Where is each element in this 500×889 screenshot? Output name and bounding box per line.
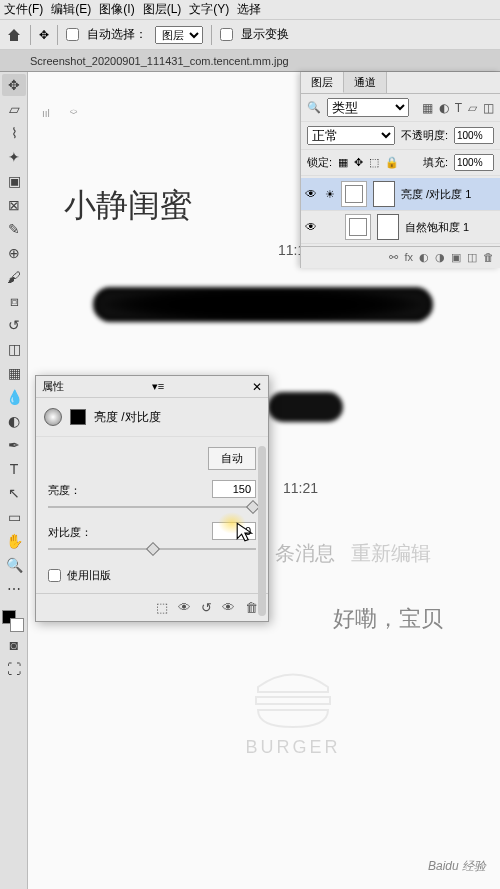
redaction-brush-2 (268, 392, 343, 422)
eraser-tool[interactable]: ◫ (2, 338, 26, 360)
menu-select[interactable]: 选择 (237, 1, 261, 18)
clone-tool[interactable]: ⧈ (2, 290, 26, 312)
layer-mask[interactable] (377, 214, 399, 240)
filter-smart-icon[interactable]: ◫ (483, 101, 494, 115)
view-previous-icon[interactable]: 👁 (178, 600, 191, 615)
menu-file[interactable]: 文件(F) (4, 1, 43, 18)
scrollbar[interactable] (258, 446, 266, 616)
opacity-input[interactable] (454, 127, 494, 144)
layer-row[interactable]: 👁 自然饱和度 1 (301, 211, 500, 244)
move-tool[interactable]: ✥ (2, 74, 26, 96)
menu-layer[interactable]: 图层(L) (143, 1, 182, 18)
brightness-input[interactable] (212, 480, 256, 498)
lock-all-icon[interactable]: 🔒 (385, 156, 399, 169)
contrast-slider[interactable] (48, 548, 256, 550)
quick-mask-icon[interactable]: ◙ (2, 634, 26, 656)
color-swatches[interactable] (2, 610, 24, 632)
tab-layers[interactable]: 图层 (301, 72, 344, 93)
eyedropper-tool[interactable]: ✎ (2, 218, 26, 240)
fx-icon[interactable]: fx (404, 251, 413, 264)
layer-thumb[interactable] (345, 214, 371, 240)
auto-button[interactable]: 自动 (208, 447, 256, 470)
menu-text[interactable]: 文字(Y) (189, 1, 229, 18)
mask-thumb-icon (70, 409, 86, 425)
filter-type-icon[interactable]: T (455, 101, 462, 115)
magic-wand-tool[interactable]: ✦ (2, 146, 26, 168)
watermark: Baidu 经验 (428, 858, 486, 875)
clip-icon[interactable]: ⬚ (156, 600, 168, 615)
home-icon[interactable] (6, 27, 22, 43)
faded-text-3: 好嘞，宝贝 (333, 604, 443, 634)
move-tool-icon: ✥ (39, 28, 49, 42)
properties-panel: 属性 ▾≡ ✕ 亮度 /对比度 自动 亮度： 对比度： 使用旧版 ⬚ 👁 ↺ 👁… (35, 375, 269, 622)
adjustment-icon[interactable]: ◑ (435, 251, 445, 264)
mask-icon[interactable]: ◐ (419, 251, 429, 264)
layers-panel: 图层 通道 🔍 类型 ▦ ◐ T ▱ ◫ 正常 不透明度: 锁定: ▦ ✥ ⬚ … (300, 72, 500, 268)
auto-select-checkbox[interactable] (66, 28, 79, 41)
adjustment-type: 亮度 /对比度 (94, 409, 161, 426)
group-icon[interactable]: ▣ (451, 251, 461, 264)
delete-icon[interactable]: 🗑 (245, 600, 258, 615)
redaction-brush-1 (93, 287, 433, 322)
layer-thumb[interactable] (341, 181, 367, 207)
dodge-tool[interactable]: ◐ (2, 410, 26, 432)
contrast-input[interactable] (212, 522, 256, 540)
lock-pixels-icon[interactable]: ▦ (338, 156, 348, 169)
gradient-tool[interactable]: ▦ (2, 362, 26, 384)
marquee-tool[interactable]: ▱ (2, 98, 26, 120)
menu-bar: 文件(F) 编辑(E) 图像(I) 图层(L) 文字(Y) 选择 (0, 0, 500, 20)
crop-tool[interactable]: ▣ (2, 170, 26, 192)
visibility-icon[interactable]: 👁 (305, 220, 319, 234)
reset-icon[interactable]: ↺ (201, 600, 212, 615)
burger-watermark: BURGER (228, 662, 358, 758)
pen-tool[interactable]: ✒ (2, 434, 26, 456)
filter-adjust-icon[interactable]: ◐ (439, 101, 449, 115)
layer-mask[interactable] (373, 181, 395, 207)
tab-channels[interactable]: 通道 (344, 72, 387, 93)
blend-mode[interactable]: 正常 (307, 126, 395, 145)
legacy-checkbox[interactable] (48, 569, 61, 582)
adjust-icon: ☀ (325, 188, 335, 201)
filter-shape-icon[interactable]: ▱ (468, 101, 477, 115)
trash-icon[interactable]: 🗑 (483, 251, 494, 264)
frame-tool[interactable]: ⊠ (2, 194, 26, 216)
layer-name[interactable]: 自然饱和度 1 (405, 220, 469, 235)
faded-text-1: 条消息 (275, 540, 335, 567)
brightness-slider[interactable] (48, 506, 256, 508)
menu-image[interactable]: 图像(I) (99, 1, 134, 18)
panel-menu-icon[interactable]: ▾≡ (152, 380, 164, 393)
healing-tool[interactable]: ⊕ (2, 242, 26, 264)
background-color[interactable] (10, 618, 24, 632)
edit-toolbar[interactable]: ⋯ (2, 578, 26, 600)
lock-position-icon[interactable]: ✥ (354, 156, 363, 169)
zoom-tool[interactable]: 🔍 (2, 554, 26, 576)
tools-panel: ✥ ▱ ⌇ ✦ ▣ ⊠ ✎ ⊕ 🖌 ⧈ ↺ ◫ ▦ 💧 ◐ ✒ T ↖ ▭ ✋ … (0, 72, 28, 889)
link-icon[interactable]: ⚯ (389, 251, 398, 264)
close-icon[interactable]: ✕ (252, 380, 262, 394)
properties-title: 属性 (42, 379, 64, 394)
auto-select-target[interactable]: 图层 (155, 26, 203, 44)
toggle-visibility-icon[interactable]: 👁 (222, 600, 235, 615)
auto-select-label: 自动选择： (87, 26, 147, 43)
menu-edit[interactable]: 编辑(E) (51, 1, 91, 18)
type-tool[interactable]: T (2, 458, 26, 480)
shape-tool[interactable]: ▭ (2, 506, 26, 528)
history-brush-tool[interactable]: ↺ (2, 314, 26, 336)
layer-name[interactable]: 亮度 /对比度 1 (401, 187, 471, 202)
path-tool[interactable]: ↖ (2, 482, 26, 504)
filter-pixel-icon[interactable]: ▦ (422, 101, 433, 115)
fill-input[interactable] (454, 154, 494, 171)
blur-tool[interactable]: 💧 (2, 386, 26, 408)
visibility-icon[interactable]: 👁 (305, 187, 319, 201)
document-tab[interactable]: Screenshot_20200901_111431_com.tencent.m… (30, 55, 289, 67)
brush-tool[interactable]: 🖌 (2, 266, 26, 288)
new-layer-icon[interactable]: ◫ (467, 251, 477, 264)
screen-mode-icon[interactable]: ⛶ (2, 658, 26, 680)
hand-tool[interactable]: ✋ (2, 530, 26, 552)
faded-text-2: 重新编辑 (351, 540, 431, 567)
layer-row[interactable]: 👁 ☀ 亮度 /对比度 1 (301, 178, 500, 211)
layer-filter-kind[interactable]: 类型 (327, 98, 409, 117)
lock-artboard-icon[interactable]: ⬚ (369, 156, 379, 169)
lasso-tool[interactable]: ⌇ (2, 122, 26, 144)
show-transform-checkbox[interactable] (220, 28, 233, 41)
